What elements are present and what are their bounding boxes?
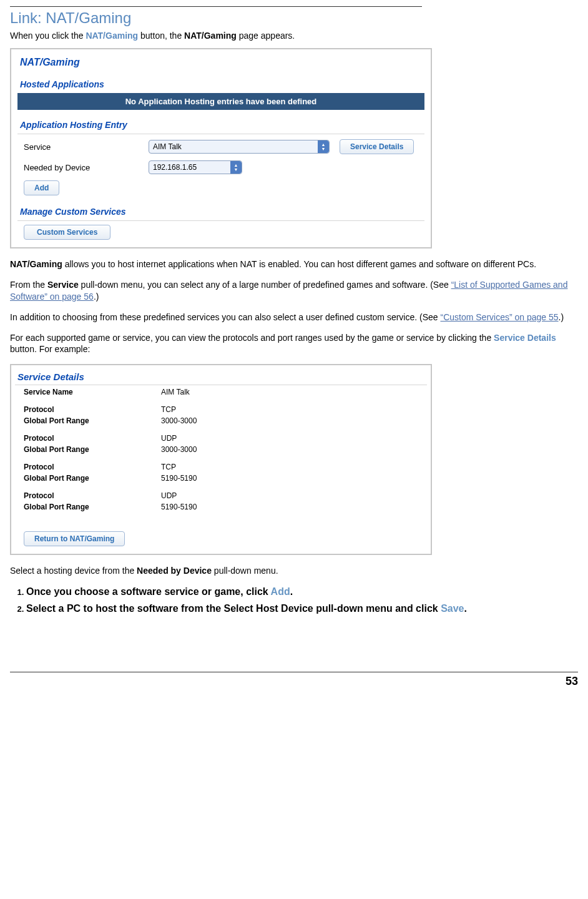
panel2-title: Service Details: [17, 371, 427, 382]
step2-keyword-save: Save: [441, 603, 464, 614]
protocol-label: Protocol: [24, 405, 161, 414]
protocol-label: Protocol: [24, 463, 161, 471]
step2-pre: Select a PC to host the software from th…: [26, 603, 441, 614]
para4-post: button. For example:: [10, 344, 90, 354]
service-details-button[interactable]: Service Details: [340, 139, 414, 154]
custom-services-button[interactable]: Custom Services: [24, 225, 110, 240]
para2-post: .): [94, 292, 99, 302]
step1-keyword-add: Add: [271, 586, 290, 597]
para2-b1: Service: [47, 280, 79, 290]
intro-mid: button, the: [138, 31, 184, 41]
nat-gaming-screenshot: NAT/Gaming Hosted Applications No Applic…: [10, 48, 432, 248]
page-number: 53: [10, 675, 578, 688]
para3-pre: In addition to choosing from these prede…: [10, 312, 441, 322]
para2-mid: pull-down menu, you can select any of a …: [79, 280, 451, 290]
para1-bold: NAT/Gaming: [10, 259, 62, 269]
intro-line: When you click the NAT/Gaming button, th…: [10, 31, 578, 41]
para4-pre: For each supported game or service, you …: [10, 333, 494, 343]
protocol-label: Protocol: [24, 491, 161, 500]
port-range-value: 5190-5190: [161, 503, 197, 511]
service-select-value: AIM Talk: [153, 142, 182, 151]
para-service-pulldown: From the Service pull-down menu, you can…: [10, 279, 578, 303]
device-select-value: 192.168.1.65: [153, 163, 197, 172]
intro-post: page appears.: [237, 31, 295, 41]
hosted-apps-heading: Hosted Applications: [20, 79, 424, 89]
needed-by-device-label: Needed by Device: [24, 163, 149, 172]
service-name-label: Service Name: [24, 388, 161, 396]
panel1-title: NAT/Gaming: [20, 57, 424, 68]
return-to-nat-gaming-button[interactable]: Return to NAT/Gaming: [24, 531, 125, 546]
step2-post: .: [464, 603, 467, 614]
selline-post: pull-down menu.: [212, 566, 278, 576]
select-arrows-icon: ▲▼: [230, 161, 242, 174]
service-select[interactable]: AIM Talk ▲▼: [149, 140, 330, 154]
para-nat-allows: NAT/Gaming allows you to host internet a…: [10, 258, 578, 270]
para4-btn: Service Details: [494, 333, 556, 343]
protocol-value: UDP: [161, 491, 177, 500]
protocol-label: Protocol: [24, 434, 161, 443]
port-range-label: Global Port Range: [24, 503, 161, 511]
para1-rest: allows you to host internet applications…: [62, 259, 536, 269]
port-range-value: 3000-3000: [161, 445, 197, 454]
service-details-screenshot: Service Details Service Name AIM Talk Pr…: [10, 364, 432, 555]
steps-list: Once you choose a software service or ga…: [10, 586, 578, 616]
para2-pre: From the: [10, 280, 47, 290]
protocol-value: TCP: [161, 405, 176, 414]
step1-pre: Once you choose a software service or ga…: [26, 586, 271, 597]
intro-pre: When you click the: [10, 31, 86, 41]
port-range-value: 3000-3000: [161, 416, 197, 425]
intro-page-name: NAT/Gaming: [184, 31, 237, 41]
port-range-value: 5190-5190: [161, 474, 197, 483]
step-2: Select a PC to host the software from th…: [26, 602, 578, 616]
protocol-value: TCP: [161, 463, 176, 471]
para-custom-service: In addition to choosing from these prede…: [10, 312, 578, 323]
port-range-label: Global Port Range: [24, 416, 161, 425]
top-rule: [10, 6, 422, 7]
service-name-value: AIM Talk: [161, 388, 190, 396]
device-select[interactable]: 192.168.1.65 ▲▼: [149, 160, 242, 174]
hosted-apps-empty-msg: No Application Hosting entries have been…: [17, 93, 424, 110]
selline-bold: Needed by Device: [137, 566, 212, 576]
app-hosting-entry-heading: Application Hosting Entry: [20, 120, 424, 130]
para-service-details: For each supported game or service, you …: [10, 332, 578, 356]
page-title: Link: NAT/Gaming: [10, 9, 578, 27]
intro-btn-name: NAT/Gaming: [86, 31, 138, 41]
link-custom-services[interactable]: “Custom Services” on page 55: [441, 312, 559, 322]
select-arrows-icon: ▲▼: [318, 140, 329, 153]
service-label: Service: [24, 142, 149, 152]
step-1: Once you choose a software service or ga…: [26, 586, 578, 599]
page-footer: 53: [10, 672, 578, 688]
select-hosting-device-line: Select a hosting device from the Needed …: [10, 565, 578, 577]
para3-post: .): [559, 312, 564, 322]
port-range-label: Global Port Range: [24, 445, 161, 454]
protocol-value: UDP: [161, 434, 177, 443]
step1-post: .: [290, 586, 293, 597]
add-button[interactable]: Add: [24, 180, 59, 195]
manage-custom-services-heading: Manage Custom Services: [20, 207, 424, 217]
port-range-label: Global Port Range: [24, 474, 161, 483]
selline-pre: Select a hosting device from the: [10, 566, 137, 576]
